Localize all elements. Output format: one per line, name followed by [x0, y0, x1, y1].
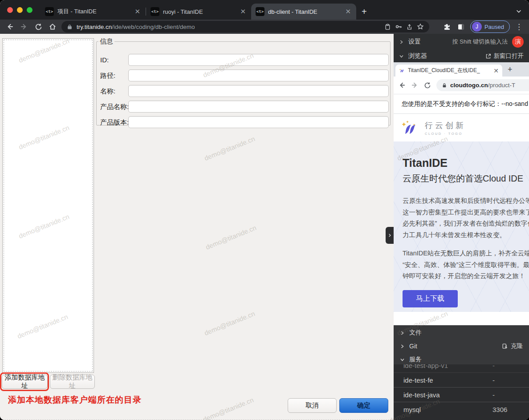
clipboard-icon[interactable]: [384, 24, 391, 30]
field-input-path[interactable]: [128, 69, 389, 81]
close-tab-icon[interactable]: ✕: [344, 8, 352, 16]
info-fieldset: 信息 ID: 路径: 名称: 产品名称: 产品版本:: [96, 37, 391, 125]
hero-section: TitanIDE 云原生时代您的首选Cloud IDE 云原生技术高速发展和后疫…: [394, 141, 529, 312]
git-clone-button[interactable]: 克隆: [502, 342, 523, 350]
titanide-favicon-icon: <t>: [45, 7, 54, 16]
chevron-down-icon[interactable]: [516, 8, 522, 14]
explorer-section: 文件 Git 克隆 服务 ide-test-app: [394, 325, 529, 420]
url-path: /product-T: [488, 82, 516, 89]
sidebar-item-git[interactable]: Git 克隆: [394, 339, 529, 353]
back-button[interactable]: [4, 21, 15, 32]
profile-button[interactable]: J Paused: [470, 20, 510, 33]
sidebar-item-settings[interactable]: 设置 按 Shift 键切换输入法 演: [394, 35, 529, 48]
service-row[interactable]: mysql 3306: [394, 402, 529, 417]
zoom-window-button[interactable]: [27, 7, 33, 13]
field-label-name: 名称:: [100, 87, 115, 96]
close-tab-icon[interactable]: ✕: [493, 67, 499, 74]
chevron-down-icon: [399, 54, 404, 59]
page-gap: [394, 312, 529, 325]
close-tab-icon[interactable]: ✕: [239, 8, 247, 16]
paragraph-line: TitanIDE站在无数巨人的肩膀上，补齐全云端开: [403, 248, 529, 259]
panel-collapse-handle[interactable]: [386, 227, 394, 244]
service-port: -: [492, 391, 495, 399]
lock-icon: [442, 83, 447, 88]
browser-section-label: 浏览器: [408, 52, 427, 60]
service-row[interactable]: ide-test-fe -: [394, 373, 529, 388]
fieldset-legend: 信息: [98, 37, 114, 46]
paragraph-line: “安全、高效、体验”这三个维度取得平衡。最快: [403, 259, 529, 271]
bookmark-star-icon[interactable]: [417, 23, 424, 30]
annotation-text: 添加本地数据库客户端所在的目录: [8, 394, 142, 406]
close-tab-icon[interactable]: ✕: [134, 8, 141, 16]
home-button[interactable]: [47, 21, 58, 32]
avatar: J: [472, 22, 482, 32]
side-panel-icon[interactable]: [456, 21, 467, 32]
form-row: 路径:: [97, 69, 390, 81]
url-text: try.titanide.cn/ide/web/coding/db-client…: [77, 24, 380, 30]
browser-window: <t> 项目 - TitanIDE ✕ <t> ruoyi - TitanIDE…: [0, 0, 529, 420]
new-tab-button[interactable]: +: [508, 65, 513, 74]
close-window-button[interactable]: [7, 7, 13, 13]
new-tab-button[interactable]: +: [362, 7, 367, 16]
field-label-product-name: 产品名称:: [100, 103, 129, 111]
demo-badge[interactable]: 演: [512, 36, 524, 48]
tab-db-client-active[interactable]: <t> db-client - TitanIDE ✕: [251, 4, 356, 20]
open-new-window-label: 新窗口打开: [494, 52, 524, 60]
open-new-window-button[interactable]: 新窗口打开: [485, 52, 524, 60]
cloudtogo-logo-icon: [401, 120, 420, 136]
embedded-navbar: cloudtogo.cn/product-T: [394, 77, 529, 94]
field-input-name[interactable]: [128, 85, 389, 97]
logo-subtext: CLOUD · TOGO: [425, 132, 466, 136]
paragraph-line: 力工具几十年未曾发生根本性改变。: [403, 230, 529, 241]
back-button[interactable]: [398, 81, 406, 89]
embedded-address-bar[interactable]: cloudtogo.cn/product-T: [436, 79, 529, 91]
cloudtogo-favicon-icon: [399, 68, 405, 73]
browser-toolbar: try.titanide.cn/ide/web/coding/db-client…: [0, 20, 529, 34]
service-port: 3306: [492, 406, 507, 413]
cancel-button[interactable]: 取消: [288, 398, 337, 413]
download-now-button[interactable]: 马上下载: [403, 290, 458, 307]
service-port: -: [492, 376, 495, 384]
field-input-product-version[interactable]: [128, 116, 389, 128]
field-input-product-name[interactable]: [128, 101, 389, 113]
lock-icon[interactable]: [67, 24, 73, 30]
minimize-window-button[interactable]: [17, 7, 23, 13]
menu-kebab-icon[interactable]: ⋮: [513, 22, 525, 32]
service-row[interactable]: ide-test-app-v1 -: [394, 364, 529, 373]
field-label-path: 路径:: [100, 72, 115, 80]
paragraph-line: 这一智力密集型工作提出更高的要求也带来了新: [403, 207, 529, 218]
sidebar-item-files[interactable]: 文件: [394, 326, 529, 339]
form-row: ID:: [97, 54, 390, 66]
traffic-lights: [0, 0, 41, 20]
add-database-path-button[interactable]: 添加数据库地址: [2, 375, 48, 389]
tab-project[interactable]: <t> 项目 - TitanIDE ✕: [41, 4, 146, 20]
reload-button[interactable]: [424, 82, 431, 89]
paragraph-line: 必先利其器”，我们开发者在创造灿烂的数字化: [403, 218, 529, 230]
chevron-right-icon: [399, 40, 404, 44]
embedded-tab[interactable]: TitanIDE_CloudIDE_在线IDE_ ✕: [395, 65, 502, 77]
hero-paragraph-1: 云原生技术高速发展和后疫情时代远程办公等新 这一智力密集型工作提出更高的要求也带…: [403, 195, 529, 241]
address-bar[interactable]: try.titanide.cn/ide/web/coding/db-client…: [61, 21, 429, 32]
form-row: 产品版本:: [97, 116, 390, 128]
share-icon[interactable]: [406, 24, 413, 30]
extensions-puzzle-icon[interactable]: [442, 21, 452, 32]
service-row[interactable]: ide-test-java -: [394, 388, 529, 402]
titanide-favicon-icon: <t>: [151, 7, 159, 16]
service-name: ide-test-app-v1: [403, 364, 448, 369]
sidebar-item-browser[interactable]: 浏览器 新窗口打开: [394, 49, 529, 63]
field-label-id: ID:: [100, 56, 109, 64]
paragraph-line: 云原生技术高速发展和后疫情时代远程办公等新: [403, 195, 529, 207]
service-name: ide-test-fe: [403, 376, 433, 384]
tab-ruoyi[interactable]: <t> ruoyi - TitanIDE ✕: [146, 4, 251, 20]
forward-button[interactable]: [19, 21, 29, 32]
ime-hint: 按 Shift 键切换输入法: [452, 38, 508, 46]
site-header: 行云创新 CLOUD · TOGO: [394, 114, 529, 141]
forward-button[interactable]: [411, 81, 419, 89]
reload-button[interactable]: [33, 21, 44, 32]
database-path-listbox[interactable]: [2, 38, 94, 373]
delete-database-path-button[interactable]: 删除数据库地址: [50, 375, 95, 389]
field-input-id[interactable]: [128, 54, 389, 66]
profile-status: Paused: [484, 24, 504, 30]
key-icon[interactable]: [395, 23, 402, 30]
ok-button[interactable]: 确定: [339, 398, 388, 413]
